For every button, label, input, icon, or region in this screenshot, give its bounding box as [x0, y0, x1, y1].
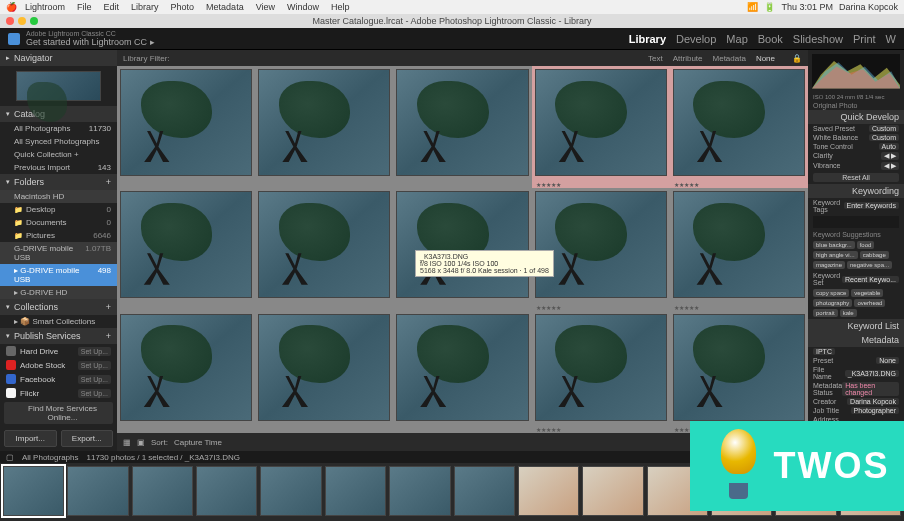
thumbnail-cell[interactable]: 11★★★★★ — [532, 311, 670, 433]
filmstrip-thumbnail[interactable] — [325, 466, 386, 516]
collections-header[interactable]: ▾Collections+ — [0, 299, 117, 315]
grid-view-icon[interactable]: ▦ — [123, 438, 131, 447]
keyword-chip[interactable]: vegetable — [851, 289, 883, 297]
module-develop[interactable]: Develop — [676, 33, 716, 45]
volume-gdrive-usb[interactable]: G-DRIVE mobile USB1.07TB — [0, 242, 117, 264]
keyword-chip[interactable]: food — [857, 241, 875, 249]
module-print[interactable]: Print — [853, 33, 876, 45]
apple-icon[interactable]: 🍎 — [6, 2, 17, 12]
catalog-synced[interactable]: All Synced Photographs — [0, 135, 117, 148]
saved-preset[interactable]: Saved PresetCustom — [808, 124, 904, 133]
metadata-job[interactable]: Job TitlePhotographer — [808, 406, 904, 415]
publish-flickr[interactable]: FlickrSet Up... — [0, 386, 117, 400]
thumbnail-cell[interactable]: 11 — [393, 66, 531, 188]
folder-documents[interactable]: 📁Documents0 — [0, 216, 117, 229]
filter-text[interactable]: Text — [648, 54, 663, 63]
catalog-previous[interactable]: Previous Import143 — [0, 161, 117, 174]
menu-library[interactable]: Library — [131, 2, 159, 12]
catalog-quick[interactable]: Quick Collection + — [0, 148, 117, 161]
keyword-chip[interactable]: blue backgr... — [813, 241, 855, 249]
wifi-icon[interactable]: 📶 — [747, 2, 758, 12]
filmstrip-thumbnail[interactable] — [132, 466, 193, 516]
import-button[interactable]: Import... — [4, 430, 57, 447]
white-balance[interactable]: White BalanceCustom — [808, 133, 904, 142]
loupe-view-icon[interactable]: ▣ — [137, 438, 145, 447]
close-icon[interactable] — [6, 17, 14, 25]
vibrance[interactable]: Vibrance◀ ▶ — [808, 161, 904, 171]
breadcrumb[interactable]: Get started with Lightroom CC ▸ — [26, 37, 155, 47]
thumbnail-cell[interactable]: 11★★★★★ — [670, 188, 808, 310]
volume-macintosh[interactable]: Macintosh HD — [0, 190, 117, 203]
keyword-tags[interactable]: Keyword TagsEnter Keywords — [808, 198, 904, 214]
thumbnail-cell[interactable]: 11 — [255, 311, 393, 433]
thumbnail-cell[interactable]: 11★★★★★ — [670, 311, 808, 433]
filmstrip-thumbnail[interactable] — [582, 466, 643, 516]
filmstrip-thumbnail[interactable] — [260, 466, 321, 516]
publish-header[interactable]: ▾Publish Services+ — [0, 328, 117, 344]
module-book[interactable]: Book — [758, 33, 783, 45]
filmstrip-thumbnail[interactable] — [196, 466, 257, 516]
module-map[interactable]: Map — [726, 33, 747, 45]
thumbnail-cell[interactable]: 11★★★★★ — [532, 66, 670, 188]
menu-metadata[interactable]: Metadata — [206, 2, 244, 12]
zoom-icon[interactable] — [30, 17, 38, 25]
keyword-set[interactable]: Keyword SetRecent Keywo... — [808, 271, 904, 287]
module-library[interactable]: Library — [629, 33, 666, 45]
keyword-chip[interactable]: cabbage — [860, 251, 889, 259]
keyword-chip[interactable]: negative spa... — [847, 261, 892, 269]
filmstrip-thumbnail[interactable] — [518, 466, 579, 516]
keyword-chip[interactable]: photography — [813, 299, 852, 307]
filter-metadata[interactable]: Metadata — [713, 54, 746, 63]
folder-desktop[interactable]: 📁Desktop0 — [0, 203, 117, 216]
filter-none[interactable]: None — [756, 54, 775, 63]
menu-view[interactable]: View — [256, 2, 275, 12]
menu-photo[interactable]: Photo — [171, 2, 195, 12]
keyword-chip[interactable]: overhead — [854, 299, 885, 307]
user-name[interactable]: Darina Kopcok — [839, 2, 898, 12]
filmstrip-thumbnail[interactable] — [67, 466, 128, 516]
clarity[interactable]: Clarity◀ ▶ — [808, 151, 904, 161]
metadata-header[interactable]: Metadata — [808, 333, 904, 347]
traffic-lights[interactable] — [6, 17, 38, 25]
keyword-input[interactable] — [813, 216, 899, 228]
thumbnail-cell[interactable]: 11 — [117, 66, 255, 188]
keyword-chip[interactable]: copy space — [813, 289, 849, 297]
thumbnail-cell[interactable]: 11 — [117, 311, 255, 433]
navigator-preview[interactable] — [16, 71, 101, 101]
metadata-preset[interactable]: PresetNone — [808, 356, 904, 365]
filmstrip-path[interactable]: All Photographs — [22, 453, 78, 462]
module-web[interactable]: W — [886, 33, 896, 45]
menu-window[interactable]: Window — [287, 2, 319, 12]
volume-gdrive-hd[interactable]: ▸ G-DRIVE HD — [0, 286, 117, 299]
tone-control[interactable]: Tone ControlAuto — [808, 142, 904, 151]
keyword-list-header[interactable]: Keyword List — [808, 319, 904, 333]
thumbnail-cell[interactable]: 11 — [117, 188, 255, 310]
filter-attribute[interactable]: Attribute — [673, 54, 703, 63]
folder-gdrive-usb[interactable]: ▸ G-DRIVE mobile USB498 — [0, 264, 117, 286]
thumbnail-cell[interactable]: 11★★★★★ — [670, 66, 808, 188]
publish-harddrive[interactable]: Hard DriveSet Up... — [0, 344, 117, 358]
publish-facebook[interactable]: FacebookSet Up... — [0, 372, 117, 386]
keyword-chip[interactable]: kale — [840, 309, 857, 317]
menu-help[interactable]: Help — [331, 2, 350, 12]
lock-icon[interactable]: 🔒 — [792, 54, 802, 63]
smart-collections[interactable]: ▸ 📦 Smart Collections — [0, 315, 117, 328]
thumbnail-cell[interactable]: 11 — [255, 188, 393, 310]
reset-all-button[interactable]: Reset All — [813, 173, 899, 182]
find-more-services[interactable]: Find More Services Online... — [4, 402, 113, 424]
keywording-header[interactable]: Keywording — [808, 184, 904, 198]
minimize-icon[interactable] — [18, 17, 26, 25]
filmstrip-thumbnail[interactable] — [389, 466, 450, 516]
clock[interactable]: Thu 3:01 PM — [781, 2, 833, 12]
catalog-all[interactable]: All Photographs11730 — [0, 122, 117, 135]
menu-app[interactable]: Lightroom — [25, 2, 65, 12]
module-slideshow[interactable]: Slideshow — [793, 33, 843, 45]
folder-pictures[interactable]: 📁Pictures6646 — [0, 229, 117, 242]
quick-develop-header[interactable]: Quick Develop — [808, 110, 904, 124]
metadata-creator[interactable]: CreatorDarina Kopcok — [808, 397, 904, 406]
histogram[interactable] — [812, 54, 900, 89]
menu-edit[interactable]: Edit — [104, 2, 120, 12]
battery-icon[interactable]: 🔋 — [764, 2, 775, 12]
filmstrip-thumbnail[interactable] — [454, 466, 515, 516]
second-window-icon[interactable]: ▢ — [6, 453, 14, 462]
